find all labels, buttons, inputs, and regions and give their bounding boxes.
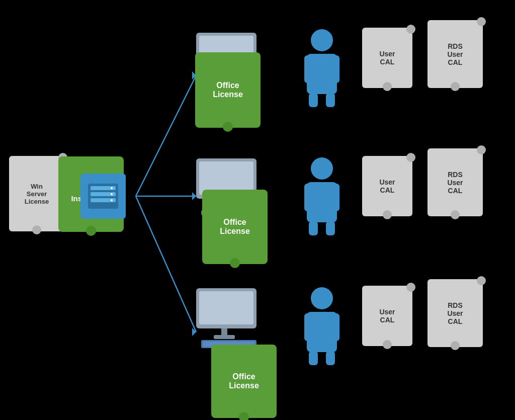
rds-user-cal-top: RDS User CAL	[427, 20, 483, 88]
svg-line-2	[136, 196, 196, 332]
user-cal-top: User CAL	[362, 28, 412, 88]
person-top	[302, 28, 342, 110]
server-icon	[80, 174, 126, 219]
svg-point-30	[311, 157, 333, 180]
svg-rect-45	[332, 313, 339, 341]
win-server-license: Win Server License	[9, 156, 64, 231]
svg-point-42	[311, 287, 333, 309]
svg-rect-47	[326, 351, 335, 365]
svg-rect-38	[221, 328, 227, 336]
svg-rect-21	[304, 55, 312, 83]
user-cal-bot: User CAL	[362, 286, 412, 346]
svg-point-10	[111, 187, 113, 189]
svg-rect-39	[214, 335, 235, 339]
svg-rect-34	[309, 221, 318, 235]
svg-rect-22	[332, 55, 339, 83]
svg-rect-46	[309, 351, 318, 365]
office-license-2: Office License	[202, 190, 268, 264]
office-license-1: Office License	[195, 52, 261, 128]
svg-line-0	[136, 75, 196, 196]
person-mid	[302, 156, 342, 238]
svg-rect-35	[326, 221, 335, 235]
user-cal-mid: User CAL	[362, 156, 412, 216]
svg-point-12	[111, 199, 113, 201]
svg-rect-37	[199, 291, 253, 324]
rds-user-cal-bot: RDS User CAL	[427, 279, 483, 347]
svg-point-19	[311, 29, 333, 51]
monitor-bot	[191, 286, 267, 353]
svg-rect-23	[309, 93, 318, 107]
svg-rect-33	[332, 184, 339, 211]
office-license-3: Office License	[211, 345, 277, 418]
svg-rect-44	[304, 313, 312, 341]
svg-rect-24	[326, 93, 335, 107]
diagram: Win Server License Office Installation	[0, 0, 515, 420]
svg-point-11	[111, 193, 113, 195]
svg-rect-32	[304, 184, 312, 211]
rds-user-cal-mid: RDS User CAL	[427, 148, 483, 216]
server-svg	[85, 179, 121, 214]
person-bot	[302, 286, 342, 368]
